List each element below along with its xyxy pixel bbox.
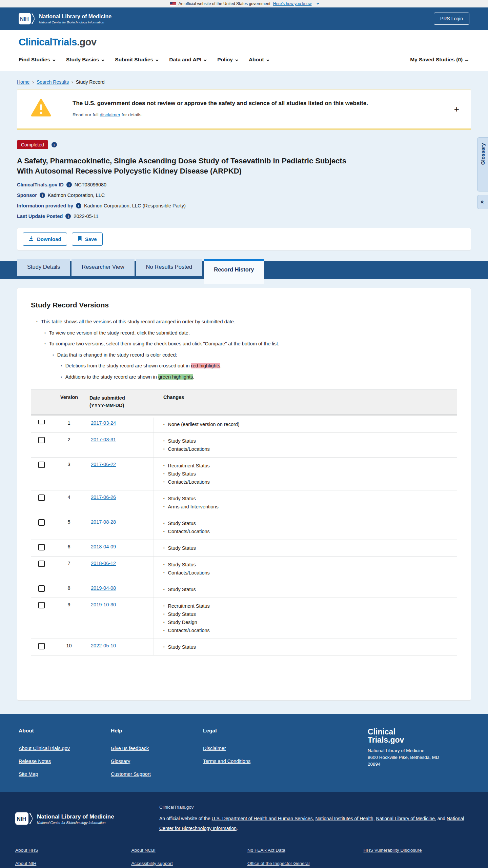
breadcrumb-item-home[interactable]: Home [17,79,29,85]
version-checkbox[interactable] [38,519,45,526]
glossary-side-tab[interactable]: Glossary [477,137,488,191]
clinicaltrials-logo[interactable]: ClinicalTrials.gov [19,37,469,48]
info-icon[interactable]: i [66,182,72,187]
checkbox-cell [31,433,52,457]
version-checkbox[interactable] [38,462,45,468]
subfooter-link-about-nih[interactable]: About NIH [15,861,36,866]
subfooter-link-u-s-department-of-health-and-human-services[interactable]: U.S. Department of Health and Human Serv… [212,816,313,821]
table-row: 92019-10-30▪Recruitment Status▪Study Sta… [31,598,457,639]
info-icon[interactable]: i [65,214,71,219]
subfooter-link-national-library-of-medicine[interactable]: National Library of Medicine [376,816,435,821]
subfooter-link-about-ncbi[interactable]: About NCBI [131,848,156,853]
version-checkbox[interactable] [38,602,45,608]
date-submitted-link[interactable]: 2019-10-30 [91,602,116,607]
nav-item-submit-studies[interactable]: Submit Studies [115,57,158,63]
tab-record-history[interactable]: Record History [204,259,264,284]
nav-item-policy[interactable]: Policy [217,57,237,63]
date-submitted-link[interactable]: 2018-06-12 [91,561,116,566]
version-checkbox[interactable] [38,437,45,443]
breadcrumb-item-search-results[interactable]: Search Results [37,79,69,85]
bullet-icon: ▪ [163,618,165,626]
subfooter-link-national-institutes-of-health[interactable]: National Institutes of Health [315,816,373,821]
version-checkbox[interactable] [38,420,45,424]
footer-link-about-clinicaltrials-gov[interactable]: About ClinicalTrials.gov [19,746,111,751]
subfooter-link-office-of-the-inspector-general[interactable]: Office of the Inspector General [247,861,310,866]
date-submitted-link[interactable]: 2017-06-26 [91,494,116,500]
date-submitted-link[interactable]: 2017-03-24 [91,420,116,426]
subfooter-link-no-fear-act-data[interactable]: No FEAR Act Data [247,848,285,853]
date-submitted-link[interactable]: 2017-08-28 [91,519,116,525]
nav-item-label: Study Basics [66,57,99,62]
tab-no-results-posted[interactable]: No Results Posted [136,259,203,276]
nav-item-find-studies[interactable]: Find Studies [19,57,55,63]
version-checkbox[interactable] [38,585,45,592]
note-segment: . [193,374,194,380]
expand-plus-icon[interactable]: + [454,105,459,114]
prs-login-button[interactable]: PRS Login [434,13,469,25]
save-button[interactable]: Save [72,233,103,246]
footer-link-customer-support[interactable]: Customer Support [111,771,203,777]
warning-body-suffix: for details. [120,112,143,117]
version-checkbox[interactable] [38,494,45,501]
my-saved-studies-link[interactable]: My Saved Studies (0) → [410,57,469,63]
change-item: ▪Contacts/Locations [163,445,453,453]
subfooter: NIH National Library of Medicine Nationa… [0,792,488,868]
version-checkbox[interactable] [38,544,45,550]
footer-link-glossary[interactable]: Glossary [111,759,203,764]
footer-link-give-us-feedback[interactable]: Give us feedback [111,746,203,751]
chevron-down-icon [156,58,158,61]
note-segment: This table shows all the versions of thi… [41,319,235,324]
tab-researcher-view[interactable]: Researcher View [72,259,134,276]
subfooter-link-about-hhs[interactable]: About HHS [15,848,38,853]
main-nav-row: Find StudiesStudy BasicsSubmit StudiesDa… [19,57,469,71]
footer-link-terms-and-conditions[interactable]: Terms and Conditions [203,759,295,764]
version-checkbox[interactable] [38,643,45,649]
info-icon[interactable]: i [52,142,57,147]
version-checkbox[interactable] [38,561,45,567]
tab-study-details[interactable]: Study Details [17,259,70,276]
subfooter-nlm-text: National Library of Medicine National Ce… [37,813,114,825]
date-submitted-link[interactable]: 2019-04-08 [91,585,116,591]
bullet-icon: ▪ [163,544,165,552]
subfooter-link-accessibility-support[interactable]: Accessibility support [131,861,173,866]
nav-item-about[interactable]: About [249,57,268,63]
bullet-icon: • [44,340,46,347]
subfooter-statement-block: ClinicalTrials.gov An official website o… [159,805,471,834]
info-icon[interactable]: i [76,203,81,208]
footer-link-site-map[interactable]: Site Map [19,771,111,777]
bullet-icon: ▪ [163,519,165,527]
info-icon[interactable]: i [40,193,45,198]
footer-column-help: HelpGive us feedbackGlossaryCustomer Sup… [111,728,203,777]
nav-item-data-and-api[interactable]: Data and API [169,57,206,63]
bullet-icon: • [61,373,62,381]
changes-cell: ▪None (earliest version on record) [154,418,457,432]
collapse-chevrons-icon: « [479,200,486,204]
version-cell: 8 [52,581,86,598]
save-label: Save [85,236,97,242]
footer-address-line: National Library of Medicine [368,747,469,754]
table-scroll-strip[interactable] [31,415,457,418]
footer-link-disclaimer[interactable]: Disclaimer [203,746,295,751]
change-item: ▪Study Design [163,618,453,626]
chevron-down-icon [266,58,269,61]
download-button[interactable]: Download [23,233,67,246]
glossary-collapse-button[interactable]: « [477,195,488,209]
how-you-know-link[interactable]: Here's how you know [273,1,312,6]
date-submitted-link[interactable]: 2017-03-31 [91,437,116,442]
bullet-icon: ▪ [163,569,165,577]
logo-suffix: .gov [77,37,97,47]
date-submitted-link[interactable]: 2022-05-10 [91,643,116,648]
change-item: ▪Study Status [163,561,453,569]
change-item: ▪Contacts/Locations [163,569,453,577]
change-label: None (earliest version on record) [168,420,240,428]
subfooter-link-hhs-vulnerability-disclosure[interactable]: HHS Vulnerability Disclosure [364,848,422,853]
changes-cell: ▪Study Status [154,540,457,556]
page-body: Glossary « Home›Search Results›Study Rec… [0,71,488,714]
disclaimer-link[interactable]: disclaimer [100,112,120,117]
nav-item-study-basics[interactable]: Study Basics [66,57,103,63]
footer-link-release-notes[interactable]: Release Notes [19,759,111,764]
checkbox-cell [31,639,52,655]
footer-logo-line2: Trials.gov [368,736,469,744]
date-submitted-link[interactable]: 2017-06-22 [91,462,116,467]
date-submitted-link[interactable]: 2018-04-09 [91,544,116,549]
